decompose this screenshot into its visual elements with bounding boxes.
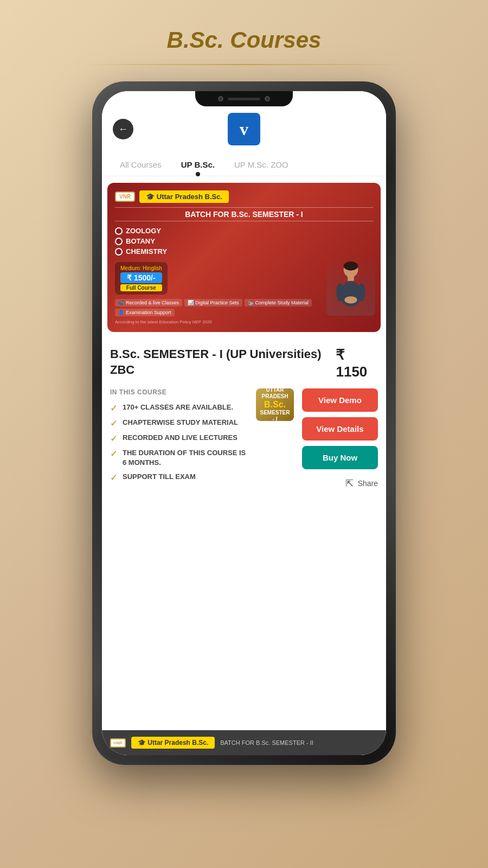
back-button[interactable]: ← xyxy=(113,119,133,139)
banner-body: ZOOLOGY BOTANY CHEMISTRY Me xyxy=(115,227,373,295)
feature-row-support: ✓ SUPPORT TILL EXAM xyxy=(110,472,251,483)
course-body: UTTAR PRADESH B.Sc. SEMESTER - I IN THIS… xyxy=(110,388,378,492)
notch-speaker xyxy=(228,98,260,100)
subject-dot-botany xyxy=(115,238,123,245)
check-icon-support: ✓ xyxy=(110,473,117,483)
feature-list: IN THIS COURSE ✓ 170+ CLASSES ARE AVAILA… xyxy=(110,388,251,483)
share-icon: ⇱ xyxy=(345,477,354,489)
full-course-badge: Full Course xyxy=(120,284,162,291)
buy-now-button[interactable]: Buy Now xyxy=(302,446,378,469)
feature-row-classes: ✓ 170+ CLASSES ARE AVAILABLE. xyxy=(110,403,251,413)
banner-price: ₹ 1500/- xyxy=(120,272,162,283)
banner-terms: According to the latest Education Policy… xyxy=(115,320,373,324)
vnr-logo: VNR xyxy=(115,192,135,202)
phone-frame: ← v All Courses UP B.Sc. UP M.Sc. ZOO VN… xyxy=(92,81,396,765)
bottom-title: 🎓 Uttar Pradesh B.Sc. xyxy=(131,737,215,749)
title-divider xyxy=(81,64,407,65)
course-features-col: UTTAR PRADESH B.Sc. SEMESTER - I IN THIS… xyxy=(110,388,294,492)
feature-row-lectures: ✓ RECORDED AND LIVE LECTURES xyxy=(110,433,251,444)
course-title: B.Sc. SEMESTER - I (UP Universities) ZBC xyxy=(110,347,336,378)
tab-up-msc-zoo[interactable]: UP M.Sc. ZOO xyxy=(224,154,298,176)
feature-text-support: SUPPORT TILL EXAM xyxy=(123,472,196,482)
feature-header: IN THIS COURSE xyxy=(110,388,251,396)
svg-rect-2 xyxy=(348,277,354,281)
course-header: B.Sc. SEMESTER - I (UP Universities) ZBC… xyxy=(110,347,378,380)
feature-digital: 📊 Digital Practice Sets xyxy=(184,299,242,307)
course-actions-col: View Demo View Details Buy Now ⇱ Share xyxy=(302,388,378,492)
check-icon-duration: ✓ xyxy=(110,449,117,459)
share-row[interactable]: ⇱ Share xyxy=(345,475,378,492)
tab-all-courses[interactable]: All Courses xyxy=(110,154,171,176)
instructor-image xyxy=(326,256,375,316)
check-icon-classes: ✓ xyxy=(110,403,117,413)
bottom-spacer xyxy=(102,500,386,544)
feature-text-classes: 170+ CLASSES ARE AVAILABLE. xyxy=(123,403,233,412)
share-label: Share xyxy=(358,479,378,488)
svg-point-5 xyxy=(358,283,365,301)
bsc-badge-main: B.Sc. xyxy=(264,400,286,410)
course-price: ₹ 1150 xyxy=(336,347,378,380)
tabs-bar: All Courses UP B.Sc. UP M.Sc. ZOO xyxy=(102,154,386,176)
banner-subtitle: BATCH FOR B.Sc. SEMESTER - I xyxy=(115,207,373,221)
notch-camera-right xyxy=(265,96,270,101)
course-banner: VNR 🎓 Uttar Pradesh B.Sc. BATCH FOR B.Sc… xyxy=(107,183,381,332)
svg-point-6 xyxy=(344,296,357,303)
check-icon-lectures: ✓ xyxy=(110,433,117,444)
subject-dot-chemistry xyxy=(115,248,123,256)
feature-row-duration: ✓ THE DURATION OF THIS COURSE IS 6 MONTH… xyxy=(110,448,251,468)
subject-chemistry: CHEMISTRY xyxy=(115,247,168,256)
feature-text-study: CHAPTERWISE STUDY MATERIAL xyxy=(123,418,238,427)
notch xyxy=(195,91,293,106)
medium-label: Medium: Hinglish xyxy=(120,265,162,271)
feature-study: 📚 Complete Study Material xyxy=(245,299,312,307)
banner-title: 🎓 Uttar Pradesh B.Sc. xyxy=(139,190,229,203)
view-details-button[interactable]: View Details xyxy=(302,417,378,441)
course-details: B.Sc. SEMESTER - I (UP Universities) ZBC… xyxy=(102,339,386,500)
subject-botany: BOTANY xyxy=(115,237,168,245)
price-box: Medium: Hinglish ₹ 1500/- Full Course xyxy=(115,262,168,295)
subject-dot-zoology xyxy=(115,227,123,235)
tab-up-bsc[interactable]: UP B.Sc. xyxy=(171,154,224,176)
svg-point-1 xyxy=(344,261,358,271)
app-content: ← v All Courses UP B.Sc. UP M.Sc. ZOO VN… xyxy=(102,91,386,755)
bottom-vnr-logo: VNR xyxy=(110,738,126,748)
feature-text-lectures: RECORDED AND LIVE LECTURES xyxy=(123,433,237,443)
bottom-vnr: VNR xyxy=(110,738,126,748)
subject-zoology: ZOOLOGY xyxy=(115,227,168,235)
view-demo-button[interactable]: View Demo xyxy=(302,388,378,412)
svg-point-4 xyxy=(336,283,343,301)
banner-top: VNR 🎓 Uttar Pradesh B.Sc. xyxy=(115,190,373,203)
bottom-subtitle: BATCH FOR B.Sc. SEMESTER - II xyxy=(220,739,313,746)
notch-camera xyxy=(218,96,223,101)
phone-screen: ← v All Courses UP B.Sc. UP M.Sc. ZOO VN… xyxy=(102,91,386,755)
bsc-badge-top: UTTAR PRADESH xyxy=(259,387,291,400)
scroll-content: VNR 🎓 Uttar Pradesh B.Sc. BATCH FOR B.Sc… xyxy=(102,176,386,755)
check-icon-study: ✓ xyxy=(110,418,117,429)
feature-exam: 👤 Examination Support xyxy=(115,309,175,316)
feature-text-duration: THE DURATION OF THIS COURSE IS 6 MONTHS. xyxy=(123,448,251,468)
feature-row-study: ✓ CHAPTERWISE STUDY MATERIAL xyxy=(110,418,251,429)
page-title: B.Sc. Courses xyxy=(167,27,322,53)
bsc-badge-sub: SEMESTER - I xyxy=(259,410,291,423)
app-logo: v xyxy=(228,113,260,145)
bsc-badge: UTTAR PRADESH B.Sc. SEMESTER - I xyxy=(256,388,294,421)
bottom-banner: VNR 🎓 Uttar Pradesh B.Sc. BATCH FOR B.Sc… xyxy=(102,730,386,755)
feature-recorded: 📹 Recorded & live Classes xyxy=(115,299,182,307)
banner-subjects: ZOOLOGY BOTANY CHEMISTRY Me xyxy=(115,227,168,295)
